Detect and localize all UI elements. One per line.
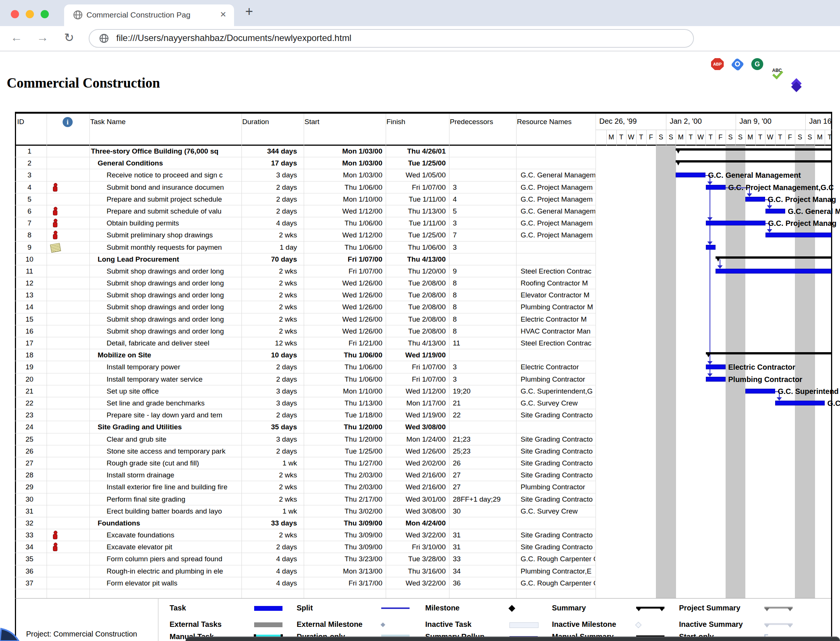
- table-row: 30Perform final site grading2 wksThu 2/1…: [15, 493, 595, 505]
- day-letter: M: [745, 134, 755, 141]
- cell-predecessors: 4: [453, 195, 457, 204]
- minimize-window-button[interactable]: [26, 10, 34, 18]
- cell-finish: Wed 1/19/00: [382, 351, 446, 360]
- overallocated-resource-icon: [53, 183, 57, 192]
- background-window-edge: [186, 636, 840, 641]
- cell-task: Submit shop drawings and order long: [106, 291, 224, 300]
- week-label: Jan 9, '00: [739, 117, 771, 126]
- url-text[interactable]: file:///Users/nayyershahbaz/Documents/ne…: [116, 33, 351, 43]
- cell-duration: 1 day: [241, 243, 297, 252]
- week-label: Jan 16, '00: [809, 117, 832, 126]
- table-row: 21Set up site office3 daysMon 1/10/00Wed…: [15, 385, 595, 397]
- cell-resources: G.C. Survey Crew: [521, 399, 595, 408]
- spellcheck-extension-icon[interactable]: ABC: [771, 68, 784, 80]
- cell-resources: [521, 423, 595, 432]
- day-letter: W: [626, 134, 636, 141]
- task-bar: [745, 197, 765, 201]
- cell-finish: Tue 2/08/00: [382, 327, 446, 336]
- adblock-plus-extension-icon[interactable]: ABP: [711, 58, 724, 70]
- note-indicator-icon: [50, 243, 61, 252]
- legend-label-milestone: Milestone: [425, 604, 460, 612]
- table-row: 6Prepare and submit schedule of valu2 da…: [15, 205, 595, 217]
- cell-start: Wed 1/26/00: [300, 303, 382, 312]
- cell-duration: 2 days: [241, 184, 297, 192]
- cell-predecessors: 3: [453, 219, 457, 228]
- weekend-shading: [656, 145, 676, 598]
- back-button[interactable]: ←: [10, 31, 23, 44]
- table-row: 12Submit shop drawings and order long2 w…: [15, 277, 595, 289]
- zoom-window-button[interactable]: [40, 10, 49, 18]
- cell-id: 23: [15, 411, 44, 420]
- cell-task: Perform final site grading: [106, 495, 185, 504]
- cell-task: Submit bond and insurance documen: [106, 184, 224, 192]
- cell-predecessors: 21: [453, 399, 460, 408]
- overallocated-resource-icon: [53, 207, 57, 216]
- cell-finish: Wed 1/19/00: [382, 411, 446, 420]
- grammarly-extension-icon[interactable]: G: [751, 58, 763, 70]
- cell-duration: 2 wks: [241, 267, 297, 276]
- site-info-globe-icon[interactable]: [99, 34, 109, 43]
- link-line: [769, 200, 770, 206]
- tab-close-icon[interactable]: ✕: [220, 10, 227, 19]
- col-header-task: Task Name: [90, 118, 126, 126]
- cell-resources: Site Grading Contracto: [521, 543, 595, 552]
- legend-swatch-inactsummary: [764, 622, 793, 627]
- cell-id: 36: [15, 567, 44, 576]
- cell-task: Clear and grub site: [106, 435, 167, 444]
- task-bar: [706, 221, 766, 225]
- cell-id: 4: [15, 184, 44, 192]
- cell-duration: 4 days: [241, 579, 297, 588]
- legend-swatch-milestone: [509, 605, 515, 612]
- cell-duration: 17 days: [241, 159, 297, 168]
- table-row: 14Submit shop drawings and order long2 w…: [15, 301, 595, 313]
- overallocated-resource-icon: [53, 219, 57, 228]
- legend-swatch-external-milestone: [380, 622, 385, 627]
- cell-start: Wed 1/26/00: [300, 279, 382, 288]
- cell-finish: Mon 1/24/00: [382, 435, 446, 444]
- link-line: [775, 391, 779, 392]
- cell-finish: Tue 2/08/00: [382, 303, 446, 312]
- cell-finish: Tue 2/08/00: [382, 315, 446, 324]
- price-tag-extension-icon[interactable]: [731, 58, 745, 72]
- tab-favicon-globe-icon: [73, 10, 83, 20]
- cell-id: 17: [15, 339, 44, 348]
- cell-start: Fri 3/17/00: [300, 579, 382, 588]
- task-bar: [706, 185, 726, 190]
- purple-layers-extension-icon[interactable]: [790, 80, 803, 92]
- cell-finish: Fri 1/07/00: [382, 363, 446, 372]
- new-tab-button[interactable]: +: [245, 4, 253, 19]
- close-window-button[interactable]: [11, 10, 19, 18]
- address-bar[interactable]: file:///Users/nayyershahbaz/Documents/ne…: [89, 29, 694, 48]
- cell-finish: Wed 1/26/00: [382, 447, 446, 456]
- table-row: 1Three-story Office Building (76,000 sq3…: [15, 145, 595, 157]
- cell-finish: Tue 1/25/00: [382, 231, 446, 240]
- day-letter: S: [795, 134, 805, 141]
- link-line: [779, 391, 780, 398]
- week-separator: [666, 114, 666, 130]
- cell-finish: Wed 3/08/00: [382, 423, 446, 432]
- cell-id: 24: [15, 423, 44, 432]
- cell-finish: Thu 4/13/00: [382, 255, 446, 264]
- cell-start: Wed 1/26/00: [300, 291, 382, 300]
- cell-start: Thu 3/02/00: [300, 507, 382, 516]
- cell-duration: 1 wk: [241, 507, 297, 516]
- cell-resources: [521, 255, 595, 264]
- cell-predecessors: 25;23: [453, 447, 471, 456]
- forward-button[interactable]: →: [37, 31, 48, 44]
- cell-predecessors: 26: [453, 459, 460, 468]
- col-header-id: ID: [17, 118, 24, 126]
- cell-task: Submit shop drawings and order long: [106, 279, 224, 288]
- day-letter: T: [775, 134, 785, 141]
- cell-resources: [521, 159, 595, 168]
- cell-task: Excavate elevator pit: [106, 543, 172, 552]
- day-letter: M: [676, 134, 686, 141]
- browser-tab[interactable]: Commercial Construction Pag ✕: [64, 5, 234, 26]
- cell-resources: G.C. General Managem: [521, 171, 595, 180]
- cell-finish: Fri 1/07/00: [382, 375, 446, 384]
- cell-duration: 2 wks: [241, 471, 297, 480]
- cell-duration: 2 wks: [241, 291, 297, 300]
- day-letter: M: [606, 134, 616, 141]
- cell-finish: Thu 4/13/00: [382, 339, 446, 348]
- reload-button[interactable]: ↻: [64, 31, 74, 45]
- cell-duration: 1 wk: [241, 459, 297, 468]
